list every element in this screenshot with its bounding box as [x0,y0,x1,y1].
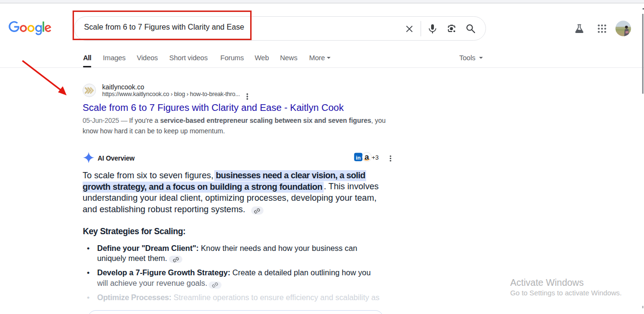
svg-text:in: in [356,155,360,161]
